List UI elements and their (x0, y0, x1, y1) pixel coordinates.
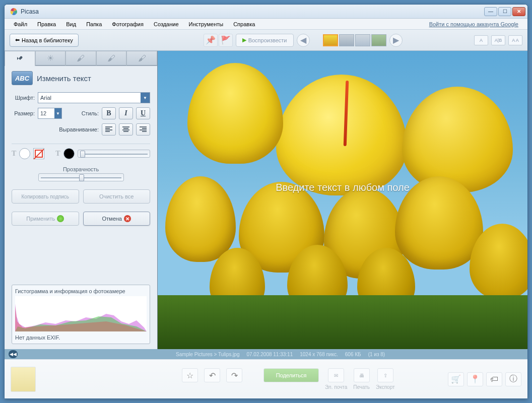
clear-all-button[interactable]: Очистить все (83, 189, 151, 204)
thumbnail[interactable] (371, 34, 386, 46)
menu-view[interactable]: Вид (61, 20, 81, 28)
next-photo-button[interactable]: ▶ (389, 34, 403, 47)
rotate-right-button[interactable]: ↷ (226, 368, 242, 382)
text-tool-icon: ABC (12, 71, 33, 85)
tray-thumbnail[interactable] (11, 367, 36, 392)
bottom-toolbar: ☆ ↶ ↷ Поделиться ✉Эл. почта 🖶Печать ⇪Экс… (5, 359, 527, 398)
signin-link[interactable]: Войти с помощью аккаунта Google (424, 20, 523, 28)
back-to-library-button[interactable]: ⬅ Назад в библиотеку (10, 34, 79, 47)
outline-color-label: T (55, 150, 60, 158)
align-right-button[interactable] (136, 123, 150, 136)
thumbnail[interactable] (323, 34, 338, 46)
window-title: Picasa (21, 8, 484, 15)
copy-caption-button[interactable]: Копировать подпись (12, 189, 79, 204)
email-button[interactable]: ✉ (328, 368, 344, 382)
text-placeholder[interactable]: Введите текст в любом поле (276, 182, 410, 193)
tag-button[interactable]: 🏷 (486, 372, 502, 386)
tab-effects-1[interactable]: 🖌 (65, 51, 96, 66)
menu-tools[interactable]: Инструменты (184, 20, 229, 28)
align-label: Выравнивание: (58, 126, 99, 132)
thumbnail-strip (323, 34, 386, 46)
cancel-button[interactable]: Отмена✕ (83, 212, 151, 226)
menu-edit[interactable]: Правка (32, 20, 61, 28)
app-window: Picasa — ☐ ✕ Файл Правка Вид Папка Фотог… (4, 4, 528, 399)
info-button[interactable]: ⓘ (505, 372, 521, 386)
tab-basic-fixes[interactable] (5, 51, 35, 66)
zoom-mode-aa[interactable]: A A (508, 35, 522, 45)
style-label: Стиль: (80, 110, 99, 116)
italic-button[interactable]: I (119, 107, 133, 119)
prev-photo-button[interactable]: ◀ (297, 34, 310, 47)
rotate-left-button[interactable]: ↶ (204, 368, 220, 382)
brush-icon: 🖌 (107, 54, 115, 63)
check-icon (57, 215, 64, 222)
status-bar: ◀◀ Sample Pictures > Tulips.jpg 07.02.20… (5, 349, 527, 359)
menu-help[interactable]: Справка (228, 20, 260, 28)
bold-button[interactable]: B (102, 107, 116, 119)
close-icon: ✕ (124, 215, 131, 222)
photo-canvas[interactable]: Введите текст в любом поле (158, 51, 527, 349)
tab-effects-3[interactable]: 🖌 (126, 51, 157, 66)
close-button[interactable]: ✕ (512, 7, 525, 16)
flag-icon[interactable]: 🚩 (219, 34, 233, 47)
outline-color-swatch[interactable] (63, 148, 75, 159)
histogram-graph (15, 296, 147, 331)
menu-photo[interactable]: Фотография (107, 20, 149, 28)
maximize-button[interactable]: ☐ (498, 7, 511, 16)
status-size: 606 КБ (345, 352, 361, 357)
geotag-button[interactable]: 📍 (467, 372, 483, 386)
status-path: Sample Pictures > Tulips.jpg (176, 352, 239, 357)
collapse-tray-button[interactable]: ◀◀ (9, 350, 18, 358)
play-slideshow-button[interactable]: ▶ Воспроизвести (236, 34, 294, 47)
main-area: ☀ 🖌 🖌 🖌 ABC Изменить текст Шрифт: Arial … (5, 51, 527, 349)
toolbar: ⬅ Назад в библиотеку 📌 🚩 ▶ Воспроизвести… (5, 30, 527, 51)
exif-text: Нет данных EXIF. (15, 334, 147, 341)
menu-create[interactable]: Создание (149, 20, 184, 28)
text-edit-panel: ABC Изменить текст Шрифт: Arial Размер: … (5, 66, 157, 349)
share-button[interactable]: Поделиться (263, 368, 319, 382)
export-button[interactable]: ⇪ (377, 368, 393, 382)
tab-tuning[interactable]: ☀ (35, 51, 66, 66)
outline-width-slider[interactable] (78, 150, 150, 158)
size-select[interactable]: 12 (38, 108, 62, 119)
apply-button[interactable]: Применить (12, 212, 79, 226)
status-dims: 1024 x 768 пикс. (300, 352, 338, 357)
menu-folder[interactable]: Папка (81, 20, 107, 28)
fill-color-label: T (12, 150, 16, 158)
minimize-button[interactable]: — (484, 7, 497, 16)
shop-button[interactable]: 🛒 (448, 372, 464, 386)
star-button[interactable]: ☆ (182, 368, 198, 382)
photo-image: Введите текст в любом поле (158, 51, 527, 349)
align-center-button[interactable] (119, 123, 133, 136)
panel-title: Изменить текст (37, 74, 91, 83)
thumbnail[interactable] (355, 34, 370, 46)
pin-icon[interactable]: 📌 (204, 34, 218, 47)
align-left-button[interactable] (102, 123, 116, 136)
menubar: Файл Правка Вид Папка Фотография Создани… (5, 19, 527, 30)
zoom-mode-ab[interactable]: A|B (491, 35, 505, 45)
status-date: 07.02.2008 11:33:11 (246, 352, 293, 357)
histogram-box: Гистограмма и информация о фотокамере Не… (12, 285, 150, 344)
thumbnail[interactable] (339, 34, 354, 46)
histogram-title: Гистограмма и информация о фотокамере (15, 288, 147, 294)
zoom-mode-a[interactable]: A (474, 35, 488, 45)
titlebar: Picasa — ☐ ✕ (5, 5, 527, 19)
tab-effects-2[interactable]: 🖌 (96, 51, 127, 66)
underline-button[interactable]: U (136, 107, 150, 119)
edit-tabs: ☀ 🖌 🖌 🖌 (5, 51, 157, 66)
print-label: Печать (353, 384, 370, 390)
opacity-label: Прозрачность (12, 166, 150, 172)
status-index: (1 из 8) (368, 352, 385, 357)
size-label: Размер: (12, 110, 35, 116)
export-label: Экспорт (376, 384, 395, 390)
menu-file[interactable]: Файл (9, 20, 32, 28)
brush-icon: 🖌 (77, 54, 85, 63)
font-select[interactable]: Arial (38, 92, 150, 103)
opacity-slider[interactable] (38, 173, 124, 181)
arrow-left-icon: ⬅ (15, 37, 20, 43)
fill-color-swatch[interactable] (19, 148, 30, 159)
edit-sidebar: ☀ 🖌 🖌 🖌 ABC Изменить текст Шрифт: Arial … (5, 51, 158, 349)
print-button[interactable]: 🖶 (354, 368, 370, 382)
no-fill-swatch[interactable] (33, 148, 44, 159)
email-label: Эл. почта (325, 384, 347, 390)
